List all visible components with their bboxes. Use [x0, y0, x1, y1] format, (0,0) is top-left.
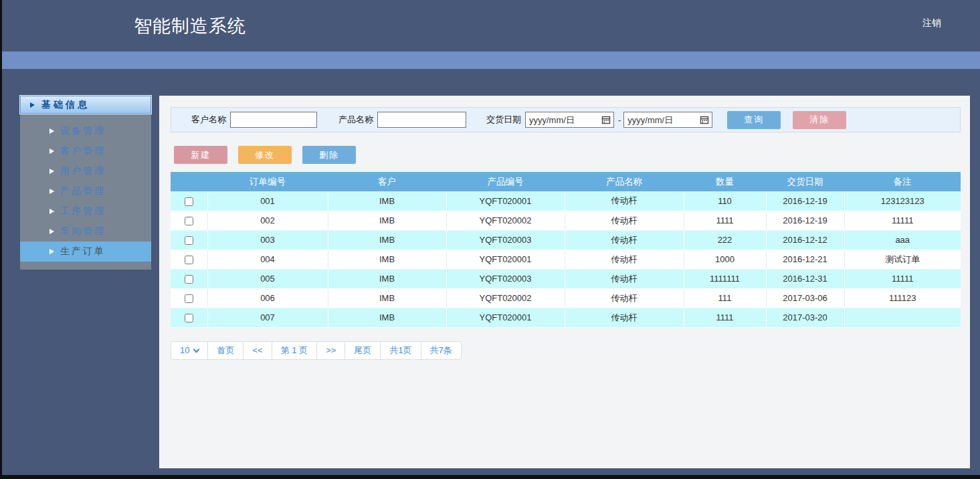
table-cell: 2017-03-06	[766, 288, 844, 308]
calendar-icon[interactable]	[601, 115, 611, 124]
row-checkbox[interactable]	[185, 217, 193, 225]
table-row[interactable]: 006IMBYQFT020002传动杆1112017-03-06111123	[171, 288, 961, 308]
prev-page-button[interactable]: <<	[243, 341, 272, 360]
sidebar-item-6[interactable]: 车间管理	[20, 221, 151, 242]
table-cell: YQFT020003	[446, 230, 565, 250]
table-row[interactable]: 002IMBYQFT020002传动杆11112016-12-1911111	[171, 211, 961, 230]
table-cell: 1111	[684, 211, 766, 230]
table-row[interactable]: 001IMBYQFT020001传动杆1102016-12-1912312312…	[171, 191, 961, 211]
new-button[interactable]: 新建	[174, 146, 227, 164]
current-page-indicator[interactable]: 第 1 页	[272, 341, 317, 360]
product-name-input[interactable]	[377, 112, 466, 128]
table-cell: 111123	[844, 288, 961, 308]
row-checkbox[interactable]	[185, 197, 193, 206]
table-cell: 传动杆	[565, 230, 684, 250]
table-row[interactable]: 005IMBYQFT020003传动杆11111112016-12-311111…	[171, 269, 961, 288]
action-toolbar: 新建 修改 删除	[174, 146, 356, 164]
app-window: 智能制造系统 注销 基础信息 设备管理客户管理用户管理产品管理工序管理车间管理生…	[2, 0, 980, 475]
table-cell: 007	[207, 308, 328, 327]
table-cell: 005	[207, 269, 328, 288]
table-cell: 11111	[844, 269, 961, 288]
logout-link[interactable]: 注销	[922, 17, 941, 29]
sidebar-item-4[interactable]: 产品管理	[20, 181, 151, 201]
row-checkbox-cell	[171, 211, 207, 230]
total-records-indicator: 共7条	[421, 341, 462, 360]
row-checkbox-cell	[171, 288, 207, 308]
column-header: 交货日期	[766, 172, 844, 191]
content-panel: 客户名称 产品名称 交货日期 -	[159, 96, 970, 468]
sidebar: 基础信息 设备管理客户管理用户管理产品管理工序管理车间管理生产订单	[20, 96, 151, 270]
date-to-wrapper	[623, 112, 712, 128]
sidebar-item-label: 用户管理	[60, 165, 106, 177]
table-cell: 2016-12-12	[766, 230, 844, 250]
table-cell: IMB	[328, 230, 446, 250]
first-page-button[interactable]: 首页	[207, 341, 243, 360]
sidebar-item-label: 产品管理	[60, 185, 106, 197]
row-checkbox[interactable]	[185, 314, 193, 322]
sidebar-item-2[interactable]: 客户管理	[20, 141, 151, 161]
sidebar-item-1[interactable]: 设备管理	[20, 121, 151, 141]
pagination-bar: 10 首页 << 第 1 页 >> 尾页 共1页 共7条	[171, 341, 462, 360]
orders-table: 订单编号客户产品编号产品名称数量交货日期备注 001IMBYQFT020001传…	[171, 172, 961, 328]
table-cell: YQFT020001	[446, 250, 565, 269]
clear-button[interactable]: 清除	[793, 111, 846, 129]
sidebar-item-label: 车间管理	[60, 225, 106, 237]
delete-button[interactable]: 删除	[302, 146, 356, 164]
row-checkbox-cell	[171, 269, 207, 288]
triangle-right-icon	[50, 149, 54, 154]
column-header: 备注	[844, 172, 961, 191]
row-checkbox-cell	[171, 191, 207, 211]
table-row[interactable]: 004IMBYQFT020001传动杆10002016-12-21测试订单	[171, 250, 961, 269]
row-checkbox[interactable]	[185, 275, 193, 284]
row-checkbox[interactable]	[185, 294, 193, 303]
table-cell: 1000	[684, 250, 766, 269]
query-button[interactable]: 查询	[727, 111, 781, 129]
table-cell: 2016-12-19	[766, 191, 844, 211]
table-cell: YQFT020002	[446, 211, 565, 230]
table-cell: IMB	[328, 250, 446, 269]
triangle-right-icon	[50, 209, 54, 214]
table-cell: 123123123	[844, 191, 961, 211]
orders-table-body: 001IMBYQFT020001传动杆1102016-12-1912312312…	[171, 191, 961, 327]
table-cell: YQFT020001	[446, 191, 565, 211]
table-cell: IMB	[328, 211, 446, 230]
page-size-select[interactable]: 10	[171, 341, 208, 360]
sidebar-item-label: 工序管理	[60, 205, 106, 217]
table-cell: 222	[684, 230, 766, 250]
column-header: 数量	[684, 172, 766, 191]
customer-name-input[interactable]	[230, 112, 317, 128]
sidebar-item-3[interactable]: 用户管理	[20, 161, 151, 181]
table-row[interactable]: 003IMBYQFT020003传动杆2222016-12-12aaa	[171, 230, 961, 250]
table-cell: 传动杆	[565, 269, 684, 288]
sidebar-item-label: 客户管理	[60, 145, 106, 157]
table-cell: 1111	[684, 308, 766, 327]
total-pages-indicator: 共1页	[380, 341, 421, 360]
triangle-right-icon	[50, 189, 54, 194]
column-header: 客户	[328, 172, 446, 191]
table-cell: 传动杆	[565, 308, 684, 327]
column-header: 订单编号	[207, 172, 328, 191]
triangle-right-icon	[50, 169, 54, 174]
sidebar-item-5[interactable]: 工序管理	[20, 201, 151, 221]
checkbox-column-header	[171, 172, 207, 191]
table-cell: 11111	[844, 211, 961, 230]
sidebar-section-basic-info[interactable]: 基础信息	[20, 96, 151, 114]
table-cell: 004	[207, 250, 328, 269]
date-from-wrapper	[525, 112, 614, 128]
banner-strip	[2, 52, 980, 69]
table-cell: 2016-12-21	[766, 250, 844, 269]
table-cell: 006	[207, 288, 328, 308]
table-cell: 传动杆	[565, 191, 684, 211]
table-cell: IMB	[328, 288, 446, 308]
row-checkbox[interactable]	[185, 256, 193, 264]
sidebar-item-7[interactable]: 生产订单	[20, 242, 151, 262]
table-cell: 2017-03-20	[766, 308, 844, 327]
edit-button[interactable]: 修改	[238, 146, 292, 164]
calendar-icon[interactable]	[700, 115, 709, 124]
table-row[interactable]: 007IMBYQFT020001传动杆11112017-03-20	[171, 308, 961, 327]
row-checkbox[interactable]	[185, 236, 193, 245]
last-page-button[interactable]: 尾页	[345, 341, 381, 360]
next-page-button[interactable]: >>	[316, 341, 345, 360]
table-cell: YQFT020001	[446, 308, 565, 327]
table-cell: 1111111	[684, 269, 766, 288]
